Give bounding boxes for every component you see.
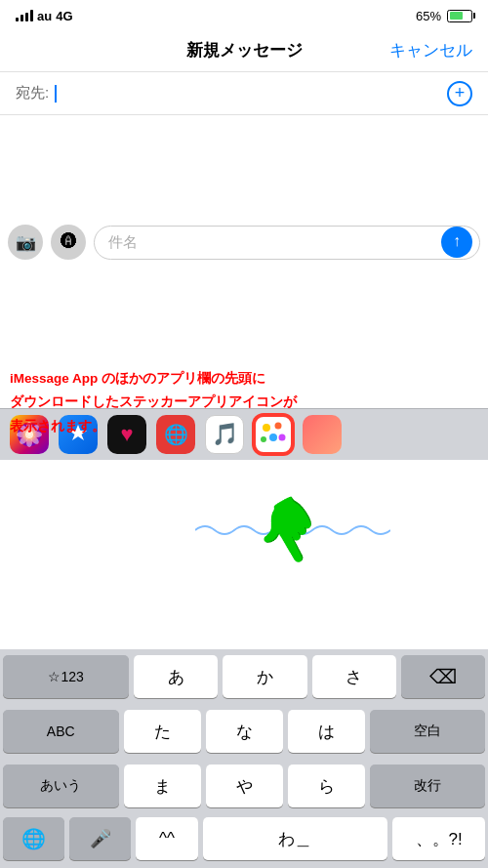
- key-caret[interactable]: ^^: [136, 817, 197, 860]
- send-button[interactable]: ↑: [441, 227, 472, 258]
- key-wa[interactable]: わ＿: [203, 817, 388, 860]
- to-input-area[interactable]: [55, 85, 447, 103]
- network-label: 4G: [56, 9, 72, 23]
- key-mic[interactable]: 🎤: [69, 817, 131, 860]
- cancel-button[interactable]: キャンセル: [389, 39, 472, 62]
- key-aiueo[interactable]: あいう: [3, 765, 119, 807]
- key-a[interactable]: あ: [134, 655, 218, 698]
- key-abc[interactable]: ABC: [3, 710, 119, 753]
- key-return[interactable]: 改行: [370, 765, 486, 807]
- camera-icon-button[interactable]: 📷: [8, 225, 43, 260]
- add-recipient-button[interactable]: +: [447, 81, 472, 106]
- key-123[interactable]: ☆123: [3, 655, 129, 698]
- key-na[interactable]: な: [206, 710, 283, 753]
- battery-icon: [447, 10, 472, 22]
- key-sa[interactable]: さ: [312, 655, 396, 698]
- keyboard: ☆123 あ か さ ⌫ ABC た な は 空白 あいう ま や ら 改行 🌐…: [0, 649, 488, 868]
- key-space[interactable]: 空白: [370, 710, 486, 753]
- nav-bar: 新規メッセージ キャンセル: [0, 29, 488, 72]
- annotation-line2: ダウンロードしたステッカーアプリアイコンが: [10, 393, 478, 412]
- send-arrow-icon: ↑: [453, 232, 461, 250]
- to-cursor: [55, 85, 57, 103]
- key-ha[interactable]: は: [288, 710, 365, 753]
- appstore-icon-button[interactable]: 🅐: [51, 225, 86, 260]
- status-left: au 4G: [16, 9, 73, 23]
- annotation-line1: iMessage App のほかのアプリ欄の先頭に: [10, 369, 478, 389]
- keyboard-row-2: ABC た な は 空白: [0, 704, 488, 759]
- keyboard-row-1: ☆123 あ か さ ⌫: [0, 649, 488, 704]
- carrier-label: au: [37, 9, 52, 23]
- key-ya[interactable]: や: [206, 765, 283, 807]
- key-ma[interactable]: ま: [124, 765, 201, 807]
- annotation-line3: 表示されます。: [10, 417, 478, 436]
- green-hand-pointer: 👇: [241, 482, 339, 579]
- status-bar: au 4G 65%: [0, 0, 488, 29]
- subject-input[interactable]: 件名: [94, 226, 480, 260]
- key-ra[interactable]: ら: [288, 765, 365, 807]
- key-punctuation[interactable]: 、。?!: [392, 817, 485, 860]
- keyboard-row-3: あいう ま や ら 改行: [0, 759, 488, 813]
- keyboard-row-4: 🌐 🎤 ^^ わ＿ 、。?!: [0, 813, 488, 868]
- to-label: 宛先:: [16, 84, 49, 103]
- battery-pct-label: 65%: [416, 9, 441, 23]
- key-ta[interactable]: た: [124, 710, 201, 753]
- signal-bars: [16, 10, 33, 21]
- page-title: 新規メッセージ: [186, 39, 303, 62]
- annotation-overlay: iMessage App のほかのアプリ欄の先頭に ダウンロードしたステッカーア…: [10, 369, 478, 440]
- squiggly-decoration: [195, 520, 390, 544]
- key-ka[interactable]: か: [223, 655, 306, 698]
- key-emoji[interactable]: 🌐: [3, 817, 64, 860]
- status-right: 65%: [416, 9, 472, 23]
- to-field: 宛先: +: [0, 72, 488, 115]
- key-delete[interactable]: ⌫: [401, 655, 485, 698]
